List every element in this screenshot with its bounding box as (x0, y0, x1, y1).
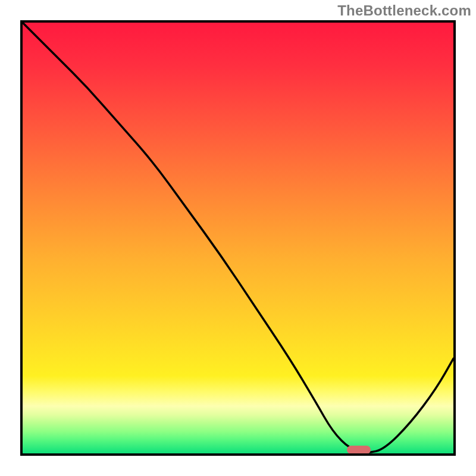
optimal-marker (347, 446, 371, 454)
watermark-label: TheBottleneck.com (337, 2, 471, 19)
bottleneck-curve (23, 23, 453, 453)
chart-plot-area (20, 20, 456, 456)
